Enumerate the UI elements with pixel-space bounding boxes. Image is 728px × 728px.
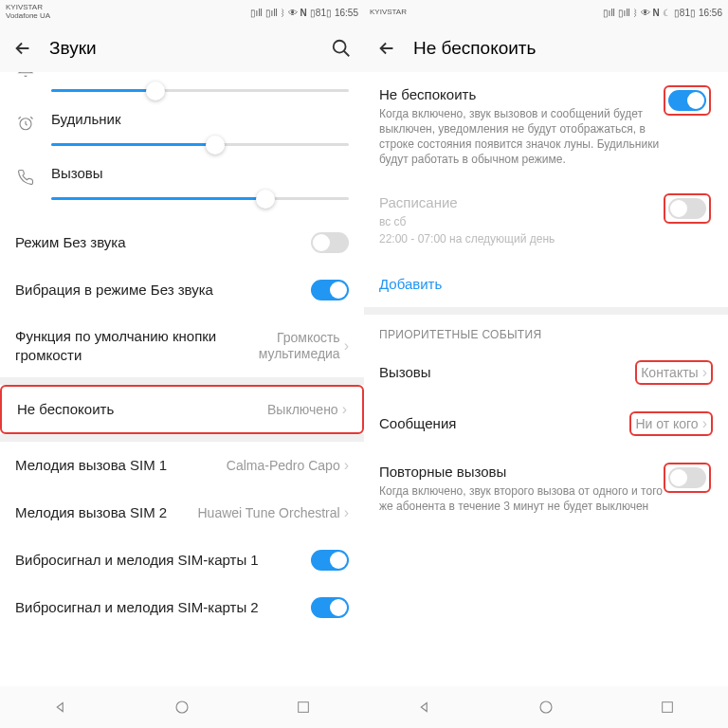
chevron-right-icon: › — [344, 457, 349, 474]
alarm-slider[interactable] — [51, 133, 349, 157]
time-label: 16:56 — [699, 8, 722, 18]
vibrate-silent-toggle[interactable] — [311, 280, 349, 300]
nav-home-icon[interactable] — [172, 697, 192, 718]
nfc-icon: N — [653, 8, 660, 18]
moon-icon: ☾ — [663, 8, 671, 18]
back-icon[interactable] — [375, 37, 398, 60]
chevron-right-icon: › — [342, 401, 347, 418]
silent-toggle[interactable] — [311, 232, 349, 253]
slider-label: Вызовы — [51, 165, 349, 181]
row-volume-function[interactable]: Функция по умолчанию кнопки громкости Гр… — [0, 314, 364, 377]
row-value: Контакты — [641, 365, 698, 380]
battery-icon: ▯81▯ — [674, 8, 696, 18]
nav-recent-icon[interactable] — [293, 697, 314, 718]
screen-dnd: KYIVSTAR ▯ıll ▯ıll ⧘ 👁 N ☾ ▯81▯ 16:56 Не… — [364, 0, 728, 728]
melody-slider[interactable] — [51, 79, 349, 103]
nav-bar — [364, 686, 728, 728]
header: Не беспокоить — [364, 25, 728, 72]
screen-sounds: KYIVSTAR Vodafone UA ▯ıll ▯ıll ⧘ 👁 N ▯81… — [0, 0, 364, 728]
svg-point-2 — [176, 701, 188, 713]
nfc-icon: N — [300, 8, 307, 18]
row-value: Громкость мультимедиа — [236, 330, 340, 362]
signal-icon: ▯ıll ▯ıll ⧘ — [603, 8, 638, 18]
bell-icon — [15, 72, 36, 78]
row-vibrate-sim2[interactable]: Вибросигнал и мелодия SIM-карты 2 — [0, 584, 364, 631]
row-do-not-disturb[interactable]: Не беспокоить Выключено › — [0, 385, 364, 434]
row-schedule[interactable]: Расписание вс сб 22:00 - 07:00 на следую… — [364, 180, 728, 260]
phone-icon — [15, 165, 36, 186]
alarm-icon — [15, 111, 36, 132]
signal-icon: ▯ıll ▯ıll ⧘ — [250, 8, 285, 18]
carrier-label: KYIVSTAR — [370, 9, 407, 17]
vibrate-sim1-toggle[interactable] — [311, 550, 349, 571]
battery-icon: ▯81▯ — [310, 8, 332, 18]
chevron-right-icon: › — [344, 337, 349, 355]
highlight-box: Ни от кого › — [629, 411, 713, 436]
chevron-right-icon: › — [344, 504, 349, 521]
row-repeat-calls[interactable]: Повторные вызовы Когда включено, звук вт… — [364, 449, 728, 527]
search-icon[interactable] — [330, 37, 353, 60]
dnd-toggle[interactable] — [668, 90, 706, 111]
back-icon[interactable] — [11, 37, 34, 60]
add-link[interactable]: Добавить — [379, 276, 442, 292]
nav-home-icon[interactable] — [536, 697, 556, 718]
eye-icon: 👁 — [288, 8, 298, 18]
row-value: Huawei Tune Orchestral — [197, 505, 339, 520]
time-label: 16:55 — [335, 8, 358, 18]
section-header: ПРИОРИТЕТНЫЕ СОБЫТИЯ — [364, 315, 728, 347]
svg-rect-3 — [299, 702, 309, 713]
row-add-schedule[interactable]: Добавить — [364, 260, 728, 307]
row-value: Ни от кого — [635, 416, 698, 431]
row-value: Выключено — [267, 402, 338, 417]
highlight-box — [664, 85, 711, 116]
chevron-right-icon: › — [702, 364, 707, 381]
chevron-right-icon: › — [702, 415, 707, 432]
status-bar: KYIVSTAR Vodafone UA ▯ıll ▯ıll ⧘ 👁 N ▯81… — [0, 0, 364, 25]
svg-point-4 — [540, 701, 552, 713]
nav-back-icon[interactable] — [50, 697, 71, 718]
row-ringtone-sim2[interactable]: Мелодия вызова SIM 2 Huawei Tune Orchest… — [0, 489, 364, 537]
page-title: Не беспокоить — [413, 38, 717, 59]
nav-recent-icon[interactable] — [657, 697, 678, 718]
nav-bar — [0, 686, 364, 728]
status-bar: KYIVSTAR ▯ıll ▯ıll ⧘ 👁 N ☾ ▯81▯ 16:56 — [364, 0, 728, 25]
carrier-label: KYIVSTAR Vodafone UA — [6, 4, 50, 21]
row-ringtone-sim1[interactable]: Мелодия вызова SIM 1 Calma-Pedro Capo › — [0, 442, 364, 489]
vibrate-sim2-toggle[interactable] — [311, 597, 349, 618]
row-dnd-main[interactable]: Не беспокоить Когда включено, звук вызов… — [364, 72, 728, 180]
svg-point-0 — [334, 41, 346, 53]
nav-back-icon[interactable] — [414, 697, 435, 718]
page-title: Звуки — [49, 38, 315, 59]
eye-icon: 👁 — [641, 8, 650, 18]
highlight-box: Контакты › — [635, 360, 713, 385]
svg-rect-5 — [663, 702, 673, 713]
schedule-toggle[interactable] — [668, 198, 706, 219]
row-vibrate-silent[interactable]: Вибрация в режиме Без звука — [0, 266, 364, 314]
row-vibrate-sim1[interactable]: Вибросигнал и мелодия SIM-карты 1 — [0, 537, 364, 584]
row-value: Calma-Pedro Capo — [227, 458, 340, 473]
highlight-box — [664, 463, 711, 493]
row-silent-mode[interactable]: Режим Без звука — [0, 219, 364, 266]
header: Звуки — [0, 25, 364, 72]
calls-slider[interactable] — [51, 187, 349, 211]
row-priority-calls[interactable]: Вызовы Контакты › — [364, 347, 728, 398]
repeat-toggle[interactable] — [668, 467, 706, 488]
highlight-box — [664, 193, 711, 224]
slider-label: Будильник — [51, 111, 349, 127]
row-priority-messages[interactable]: Сообщения Ни от кого › — [364, 398, 728, 449]
